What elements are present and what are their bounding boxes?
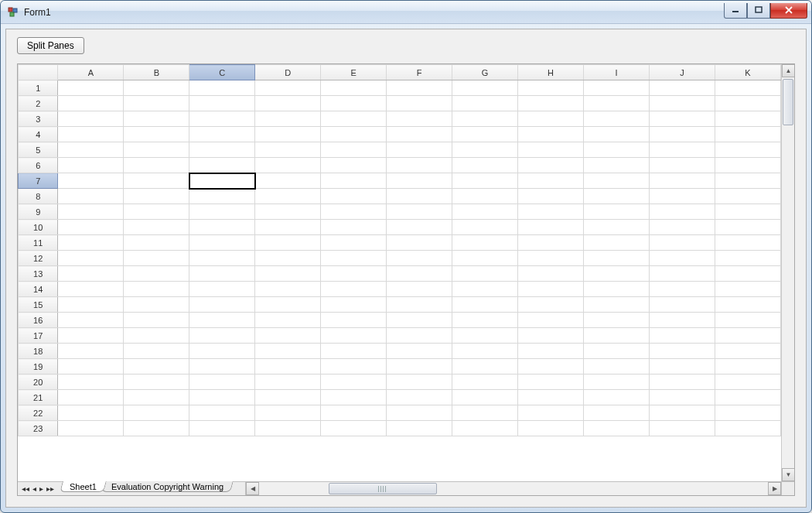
column-header[interactable]: A bbox=[58, 65, 124, 80]
cell[interactable] bbox=[650, 189, 715, 204]
cell[interactable] bbox=[255, 344, 321, 359]
cell[interactable] bbox=[715, 266, 780, 282]
cell[interactable] bbox=[715, 359, 780, 374]
cell[interactable] bbox=[124, 235, 189, 251]
cell[interactable] bbox=[584, 173, 650, 189]
cell[interactable] bbox=[715, 282, 780, 297]
cell[interactable] bbox=[124, 297, 189, 313]
row-header[interactable]: 16 bbox=[19, 313, 58, 328]
cell[interactable] bbox=[518, 158, 584, 173]
cell[interactable] bbox=[452, 359, 518, 374]
cell[interactable] bbox=[650, 359, 715, 374]
cell[interactable] bbox=[715, 158, 780, 173]
cell[interactable] bbox=[452, 282, 518, 297]
cell[interactable] bbox=[584, 204, 650, 220]
cell[interactable] bbox=[189, 235, 255, 251]
cell[interactable] bbox=[58, 344, 124, 359]
cell[interactable] bbox=[650, 173, 715, 189]
cell[interactable] bbox=[387, 127, 452, 142]
cell[interactable] bbox=[518, 173, 584, 189]
cell[interactable] bbox=[124, 251, 189, 266]
cell[interactable] bbox=[518, 127, 584, 142]
cell[interactable] bbox=[321, 344, 387, 359]
cell[interactable] bbox=[518, 111, 584, 127]
row-header[interactable]: 5 bbox=[19, 142, 58, 158]
cell[interactable] bbox=[124, 96, 189, 111]
cell[interactable] bbox=[255, 220, 321, 235]
cell[interactable] bbox=[387, 359, 452, 374]
row-header[interactable]: 8 bbox=[19, 189, 58, 204]
column-header[interactable]: H bbox=[518, 65, 584, 80]
cell[interactable] bbox=[715, 390, 780, 405]
minimize-button[interactable] bbox=[724, 3, 747, 19]
cell[interactable] bbox=[189, 359, 255, 374]
cell[interactable] bbox=[58, 111, 124, 127]
row-header[interactable]: 20 bbox=[19, 374, 58, 390]
cell[interactable] bbox=[189, 96, 255, 111]
cell[interactable] bbox=[452, 344, 518, 359]
horizontal-scrollbar[interactable]: ◀ ▶ bbox=[245, 482, 781, 495]
cell[interactable] bbox=[255, 189, 321, 204]
cell[interactable] bbox=[58, 328, 124, 344]
cell[interactable] bbox=[715, 344, 780, 359]
cell[interactable] bbox=[518, 189, 584, 204]
cell[interactable] bbox=[321, 220, 387, 235]
cell[interactable] bbox=[518, 80, 584, 96]
cell[interactable] bbox=[321, 421, 387, 436]
cell[interactable] bbox=[255, 390, 321, 405]
cell[interactable] bbox=[321, 173, 387, 189]
cell[interactable] bbox=[715, 421, 780, 436]
cell[interactable] bbox=[124, 204, 189, 220]
titlebar[interactable]: Form1 bbox=[1, 1, 811, 24]
cell[interactable] bbox=[452, 111, 518, 127]
cell[interactable] bbox=[321, 142, 387, 158]
cell[interactable] bbox=[124, 390, 189, 405]
cell[interactable] bbox=[715, 297, 780, 313]
cell[interactable] bbox=[518, 251, 584, 266]
cell[interactable] bbox=[321, 158, 387, 173]
cell[interactable] bbox=[255, 405, 321, 421]
cell[interactable] bbox=[321, 282, 387, 297]
cell[interactable] bbox=[321, 297, 387, 313]
cell[interactable] bbox=[650, 421, 715, 436]
cell[interactable] bbox=[58, 220, 124, 235]
cell[interactable] bbox=[518, 405, 584, 421]
cell[interactable] bbox=[518, 421, 584, 436]
cell[interactable] bbox=[189, 421, 255, 436]
cell[interactable] bbox=[650, 313, 715, 328]
cell[interactable] bbox=[387, 204, 452, 220]
cell[interactable] bbox=[58, 374, 124, 390]
cell[interactable] bbox=[518, 313, 584, 328]
cell[interactable] bbox=[321, 204, 387, 220]
cell[interactable] bbox=[518, 235, 584, 251]
sheet-tab[interactable]: Evaluation Copyright Warning bbox=[101, 481, 234, 492]
column-header[interactable]: D bbox=[255, 65, 321, 80]
cell[interactable] bbox=[650, 127, 715, 142]
cell[interactable] bbox=[58, 235, 124, 251]
cell[interactable] bbox=[452, 405, 518, 421]
cell[interactable] bbox=[650, 204, 715, 220]
cell[interactable] bbox=[58, 80, 124, 96]
cell[interactable] bbox=[189, 189, 255, 204]
cell[interactable] bbox=[452, 421, 518, 436]
cell[interactable] bbox=[124, 282, 189, 297]
cell[interactable] bbox=[321, 313, 387, 328]
row-header[interactable]: 11 bbox=[19, 235, 58, 251]
cell[interactable] bbox=[518, 344, 584, 359]
cell[interactable] bbox=[124, 142, 189, 158]
column-header[interactable]: B bbox=[124, 65, 189, 80]
cell[interactable] bbox=[650, 328, 715, 344]
cell[interactable] bbox=[189, 158, 255, 173]
cell[interactable] bbox=[321, 328, 387, 344]
sheet-tab[interactable]: Sheet1 bbox=[60, 481, 107, 492]
cell[interactable] bbox=[650, 235, 715, 251]
cell[interactable] bbox=[58, 313, 124, 328]
row-header[interactable]: 13 bbox=[19, 266, 58, 282]
cell[interactable] bbox=[387, 328, 452, 344]
close-button[interactable] bbox=[770, 3, 807, 19]
cell[interactable] bbox=[584, 80, 650, 96]
cell[interactable] bbox=[124, 344, 189, 359]
cell[interactable] bbox=[255, 142, 321, 158]
cell[interactable] bbox=[124, 189, 189, 204]
cell[interactable] bbox=[387, 421, 452, 436]
